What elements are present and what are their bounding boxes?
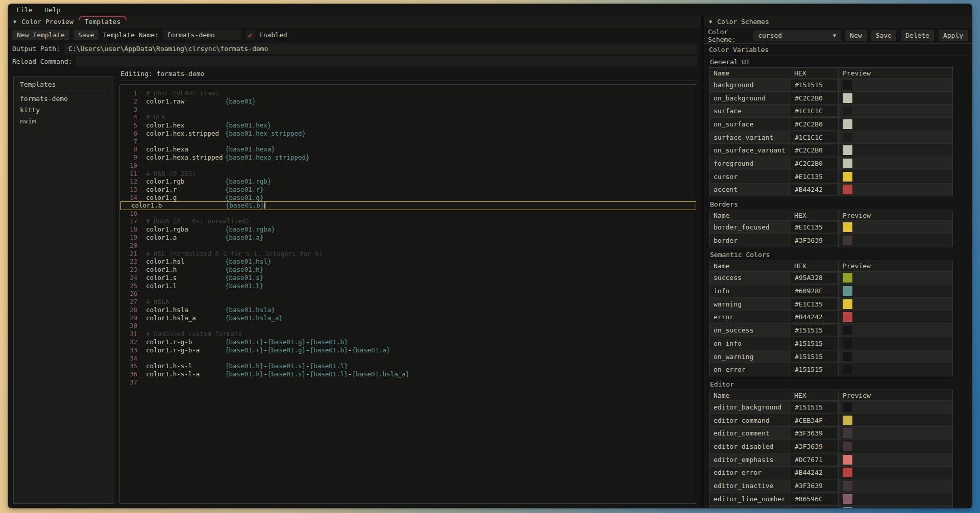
color-schemes-header[interactable]: ▼ Color Schemes	[704, 15, 972, 28]
hex-value-field[interactable]: #C2C2B0	[791, 93, 837, 104]
hex-value-field[interactable]: #151515	[791, 402, 837, 413]
code-line[interactable]: 8color1.hexa{base01.hexa}	[120, 145, 697, 153]
code-line[interactable]: 23color1.h{base01.h}	[120, 266, 697, 274]
color-swatch[interactable]	[843, 236, 852, 245]
color-swatch[interactable]	[843, 185, 852, 194]
template-item[interactable]: nvim	[20, 116, 108, 127]
color-swatch[interactable]	[843, 286, 852, 296]
hex-value-field[interactable]: #3F3639	[791, 441, 837, 452]
color-swatch[interactable]	[843, 428, 852, 438]
color-swatch[interactable]	[843, 494, 852, 504]
code-line[interactable]: 24color1.s{base01.s}	[120, 274, 697, 282]
save-template-button[interactable]: Save	[74, 30, 99, 40]
hex-value-field[interactable]: #B44242	[791, 185, 837, 195]
code-line[interactable]: 37	[120, 378, 697, 387]
hex-value-field[interactable]: #60928F	[791, 507, 837, 508]
code-line[interactable]: 19color1.a{base01.a}	[120, 234, 697, 242]
color-swatch[interactable]	[843, 106, 852, 116]
hex-value-field[interactable]: #C2C2B0	[791, 158, 837, 169]
code-line[interactable]: 22color1.hsl{base01.hsl}	[120, 258, 697, 266]
code-line[interactable]: 25color1.l{base01.l}	[120, 282, 697, 290]
color-swatch[interactable]	[843, 339, 852, 348]
hex-value-field[interactable]: #60928F	[791, 286, 837, 296]
code-line[interactable]: 30	[120, 322, 697, 330]
color-swatch[interactable]	[843, 352, 852, 362]
color-swatch[interactable]	[843, 273, 852, 283]
hex-value-field[interactable]: #E1C135	[791, 299, 837, 310]
code-line[interactable]: 7	[120, 138, 697, 146]
hex-value-field[interactable]: #86596C	[791, 494, 837, 504]
hex-value-field[interactable]: #151515	[791, 338, 837, 349]
code-line[interactable]: 5color1.hex{base01.hex}	[120, 121, 697, 130]
collapse-down-icon[interactable]: ▼	[13, 19, 16, 24]
code-line[interactable]: 2color1.raw{base01}	[120, 97, 697, 106]
code-line[interactable]: 12color1.rgb{base01.rgb}	[120, 177, 697, 186]
active-line-input[interactable]: color1.b{base01.b}	[120, 201, 696, 210]
color-preview-header[interactable]: ▼ Color Preview Templates	[8, 15, 701, 28]
code-line[interactable]: 10	[120, 162, 697, 170]
color-swatch[interactable]	[843, 312, 852, 322]
color-swatch[interactable]	[843, 402, 852, 412]
code-line[interactable]: 16	[120, 210, 697, 218]
code-line[interactable]: 9color1.hexa.stripped{base01.hexa_stripp…	[120, 153, 697, 162]
new-template-button[interactable]: New Template	[12, 30, 69, 40]
color-swatch[interactable]	[843, 481, 852, 491]
color-swatch[interactable]	[843, 80, 852, 90]
code-line[interactable]: 28color1.hsla{base01.hsla}	[120, 306, 697, 314]
code-line[interactable]: 20	[120, 242, 697, 250]
color-swatch[interactable]	[843, 365, 852, 374]
code-line[interactable]: 14color1.g{base01.g}	[120, 194, 697, 202]
color-swatch[interactable]	[843, 93, 852, 103]
tab-templates[interactable]: Templates	[83, 15, 122, 28]
reload-command-input[interactable]	[76, 56, 697, 67]
hex-value-field[interactable]: #1C1C1C	[791, 106, 837, 116]
color-swatch[interactable]	[843, 299, 852, 309]
code-line[interactable]: 6color1.hex.stripped{base01.hex_stripped…	[120, 130, 697, 138]
new-scheme-button[interactable]: New	[845, 30, 866, 41]
hex-value-field[interactable]: #3F3639	[791, 428, 837, 439]
hex-value-field[interactable]: #E1C135	[791, 171, 837, 182]
hex-value-field[interactable]: #151515	[791, 351, 837, 362]
code-line[interactable]: 21# HSL (normalized 0-1 for s,l, integer…	[120, 250, 697, 258]
color-swatch[interactable]	[843, 222, 852, 232]
hex-value-field[interactable]: #151515	[791, 325, 837, 336]
template-item[interactable]: formats-demo	[20, 93, 108, 105]
hex-value-field[interactable]: #DC7671	[791, 454, 837, 465]
code-line[interactable]: 33color1.r-g-b-a{base01.r}-{base01.g}-{b…	[120, 346, 697, 354]
hex-value-field[interactable]: #B44242	[791, 468, 837, 478]
save-scheme-button[interactable]: Save	[871, 30, 896, 41]
collapse-down-icon[interactable]: ▼	[709, 19, 712, 24]
delete-scheme-button[interactable]: Delete	[901, 30, 934, 41]
code-line[interactable]: 26	[120, 290, 697, 298]
hex-value-field[interactable]: #C2C2B0	[791, 119, 837, 130]
output-path-input[interactable]: C:\Users\user\AppData\Roaming\clrsync\fo…	[64, 43, 697, 54]
code-line[interactable]: 1# BASE COLORS (raw)	[120, 89, 697, 97]
apply-scheme-button[interactable]: Apply	[939, 30, 968, 41]
color-swatch[interactable]	[843, 172, 852, 182]
hex-value-field[interactable]: #B44242	[791, 312, 837, 323]
code-line[interactable]: 3	[120, 106, 697, 114]
code-line[interactable]: 36color1.h-s-l-a{base01.h}-{base01.s}-{b…	[120, 370, 697, 378]
color-swatch[interactable]	[843, 145, 852, 155]
hex-value-field[interactable]: #1C1C1C	[791, 132, 837, 143]
color-swatch[interactable]	[843, 455, 852, 465]
code-line[interactable]: 31# Combined custom formats	[120, 330, 697, 338]
code-area[interactable]: 1# BASE COLORS (raw)2color1.raw{base01}3…	[119, 84, 697, 504]
code-line[interactable]: 27# HSLA	[120, 298, 697, 306]
code-line[interactable]: 13color1.r{base01.r}	[120, 186, 697, 194]
color-swatch[interactable]	[843, 442, 852, 451]
code-line[interactable]: 35color1.h-s-l{base01.h}-{base01.s}-{bas…	[120, 362, 697, 370]
enabled-checkbox[interactable]: ✔	[246, 30, 255, 40]
color-swatch[interactable]	[843, 468, 852, 477]
hex-value-field[interactable]: #151515	[791, 364, 837, 375]
menu-item-file[interactable]: File	[16, 6, 32, 14]
hex-value-field[interactable]: #C2C2B0	[791, 145, 837, 156]
template-name-input[interactable]: formats-demo	[163, 30, 241, 40]
color-swatch[interactable]	[843, 507, 852, 508]
hex-value-field[interactable]: #3F3639	[791, 480, 837, 491]
template-item[interactable]: kitty	[20, 105, 108, 116]
code-line[interactable]: 4# HEX	[120, 113, 697, 121]
code-line[interactable]: 18color1.rgba{base01.rgba}	[120, 225, 697, 234]
color-scheme-combo[interactable]: cursed ▼	[753, 30, 841, 41]
color-swatch[interactable]	[843, 133, 852, 142]
